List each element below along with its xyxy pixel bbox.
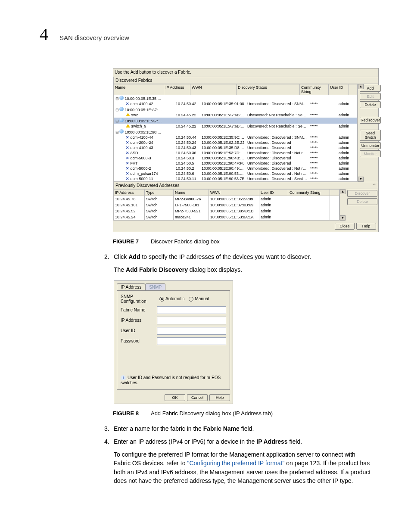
user-id-input[interactable] (157, 327, 226, 335)
delete-button[interactable]: Delete (360, 101, 381, 108)
discover-button: Discover (347, 190, 377, 197)
dialog-hint: Use the Add button to discover a Fabric. (113, 68, 378, 77)
radio-manual[interactable]: Manual (189, 296, 209, 302)
close-button[interactable]: Close (335, 223, 355, 230)
fabric-row[interactable]: ✕ dcm-4100-43 10.24.50.4310:00:00:05:1E:… (114, 145, 357, 150)
cancel-button[interactable]: Cancel (187, 394, 208, 401)
fabric-row[interactable]: ⊟ 10:00:00:05:1E:A7:6B: (114, 118, 357, 124)
fabric-row[interactable]: ⊟ 10:00:00:05:1E:35:91:0 (114, 95, 357, 101)
scroll-up-icon[interactable]: ▲ (358, 84, 364, 89)
chapter-number: 4 (40, 24, 48, 44)
password-label: Password (121, 339, 157, 343)
fabric-row[interactable]: ⊟ 10:00:00:05:1E:90:53:7 (114, 129, 357, 135)
globe-icon (119, 96, 124, 100)
prev-address-row[interactable]: 10.24.45.101Switch LF1-7500-10110:00:00:… (114, 202, 339, 208)
link-configuring-preferred-ip[interactable]: "Configuring the preferred IP format" (187, 460, 284, 467)
help-button[interactable]: Help (209, 394, 230, 401)
step-4-paragraph: To configure the preferred IP format for… (114, 450, 372, 485)
fabric-row[interactable]: ✕ dcm-200e-24 10.24.50.2410:00:00:05:1E:… (114, 140, 357, 145)
scrollbar[interactable]: ▲▼ (358, 84, 358, 182)
figure-8-caption: FIGURE 8Add Fabric Discovery dialog box … (113, 410, 381, 417)
meos-note: iUser ID and Password is not required fo… (121, 375, 226, 385)
discover-fabrics-dialog: Use the Add button to discover a Fabric.… (113, 68, 379, 232)
tab-ip-address[interactable]: IP Address (117, 283, 145, 290)
help-button[interactable]: Help (356, 223, 376, 230)
x-icon: ✕ (126, 156, 129, 159)
fabric-name-label: Fabric Name (121, 308, 157, 312)
expand-toggle[interactable]: ⊟ (115, 96, 119, 101)
fabric-row[interactable]: ✕ ASD 10.24.50.3610:00:00:05:1E:53:7D:CA… (114, 150, 357, 156)
expand-toggle[interactable]: ⊟ (115, 119, 119, 123)
rediscover-button[interactable]: Rediscover (360, 117, 381, 124)
fabric-row[interactable]: ✕ FVT 10.24.50.510:00:00:05:1E:90:4F:F8 … (114, 161, 357, 166)
ok-button[interactable]: OK (165, 394, 185, 401)
scroll-down-icon[interactable]: ▼ (340, 215, 346, 221)
fabric-row[interactable]: ✕ dcm-5000-2 10.24.50.210:00:00:05:1E:90… (114, 166, 357, 171)
delete-prev-button: Delete (347, 198, 377, 205)
user-id-label: User ID (121, 328, 157, 333)
warning-icon (126, 113, 130, 116)
globe-icon (119, 107, 124, 111)
fabric-row[interactable]: ✕ dcm-4100-44 10.24.50.4410:00:00:05:1E:… (114, 135, 357, 140)
chapter-title: SAN discovery overview (59, 34, 129, 41)
step-2-sub: The Add Fabric Discovery dialog box disp… (114, 265, 372, 274)
fabric-row[interactable]: ✕ dcm-5000-11 10.24.50.1110:00:00:05:1E:… (114, 176, 357, 181)
step-3: 3. Enter a name for the fabric in the Fa… (104, 424, 371, 433)
snmp-config-label: SNMP Configuration (121, 294, 159, 304)
globe-icon (119, 129, 124, 134)
fabric-row[interactable]: switch_9 10.24.45.2210:00:00:05:1E:A7:6B… (114, 124, 357, 129)
running-header: 4 SAN discovery overview (40, 24, 381, 44)
fabric-row[interactable]: ✕ dcfm_pulsar174 10.24.50.610:00:00:05:1… (114, 171, 357, 176)
discovered-fabrics-title: Discovered Fabrics (113, 77, 378, 84)
x-icon: ✕ (126, 102, 129, 105)
x-icon: ✕ (126, 140, 129, 144)
scrollbar[interactable]: ▲▼ (339, 189, 346, 221)
x-icon: ✕ (126, 177, 129, 180)
fabric-row[interactable]: ⊟ 10:00:00:05:1E:A7:6B: (114, 106, 357, 112)
radio-automatic[interactable]: Automatic (159, 296, 184, 302)
seed-switch-button[interactable]: Seed Switch (360, 130, 381, 141)
prev-address-row[interactable]: 10.24.45.76Switch MP2-B4900-7610:00:00:0… (114, 196, 339, 202)
prev-address-row[interactable]: 10.24.45.52Switch MP2-7500-52110:00:00:0… (114, 208, 339, 214)
ip-address-label: IP Address (121, 318, 157, 323)
collapse-icon[interactable]: ⌃ (373, 183, 376, 188)
step-2: 2. Click Add to specify the IP addresses… (104, 252, 371, 261)
fabric-row[interactable]: sw2 10.24.45.2210:00:00:05:1E:A7:6B:3A D… (114, 112, 357, 118)
previously-discovered-title: Previously Discovered Addresses⌃ (113, 182, 378, 189)
ip-address-input[interactable] (157, 317, 226, 324)
x-icon: ✕ (126, 171, 129, 175)
fabric-name-input[interactable] (157, 306, 226, 314)
step-4: 4. Enter an IP address (IPv4 or IPv6) fo… (104, 437, 371, 446)
x-icon: ✕ (126, 146, 129, 149)
x-icon: ✕ (126, 151, 129, 154)
prev-address-row[interactable]: 10.24.45.24Switch mace24110:00:00:05:1E:… (114, 214, 339, 220)
expand-toggle[interactable]: ⊟ (115, 130, 119, 134)
tab-snmp[interactable]: SNMP (145, 283, 165, 290)
monitor-button: Monitor (360, 150, 381, 157)
info-icon: i (121, 375, 126, 380)
add-fabric-discovery-dialog: IP Address SNMP SNMP Configuration Autom… (114, 280, 233, 404)
x-icon: ✕ (126, 166, 129, 170)
figure-7-caption: FIGURE 7Discover Fabrics dialog box (113, 238, 381, 245)
x-icon: ✕ (126, 135, 129, 139)
expand-toggle[interactable]: ⊟ (115, 108, 119, 112)
warning-icon (126, 124, 130, 128)
x-icon: ✕ (126, 161, 129, 165)
edit-button: Edit (360, 93, 381, 100)
fabric-row[interactable]: ✕ dcm-4100-42 10.24.50.4210:00:00:05:1E:… (114, 101, 357, 106)
globe-icon (119, 118, 124, 122)
scroll-down-icon[interactable]: ▼ (358, 177, 364, 182)
scroll-up-icon[interactable]: ▲ (340, 189, 346, 194)
password-input[interactable] (157, 337, 226, 345)
unmonitor-button[interactable]: Unmonitor (360, 142, 381, 149)
fabric-row[interactable]: ✕ dcm-5000-3 10.24.50.310:00:00:05:1E:90… (114, 156, 357, 161)
